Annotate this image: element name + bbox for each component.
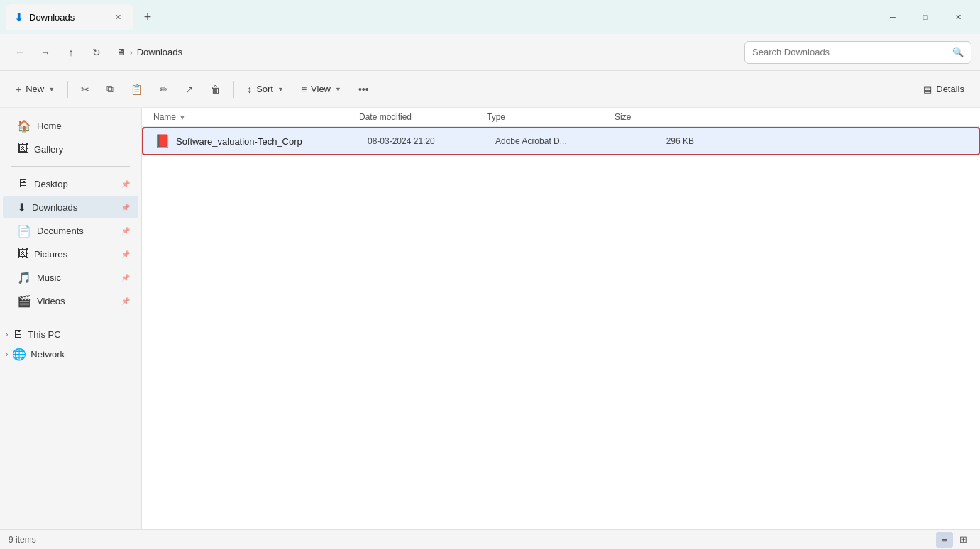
sidebar-item-documents[interactable]: 📄 Documents 📌 [3,219,138,242]
maximize-button[interactable]: □ [909,6,942,28]
view-button[interactable]: ≡ View ▼ [294,77,348,102]
share-button[interactable]: ↗ [178,77,201,102]
column-header-type[interactable]: Type [487,112,615,122]
details-icon: ▤ [923,84,932,94]
column-header-name[interactable]: Name ▼ [153,112,359,122]
new-label: New [26,84,44,94]
file-size: 296 KB [623,136,694,146]
rename-icon: ✏ [160,84,168,95]
forward-button[interactable]: → [34,41,57,64]
delete-button[interactable]: 🗑 [204,77,228,102]
tab-label: Downloads [29,12,75,23]
toolbar-separator-1 [67,81,68,98]
sidebar-videos-label: Videos [37,296,65,306]
grid-view-button[interactable]: ⊞ [954,532,971,548]
pin-icon-pictures: 📌 [121,250,130,258]
documents-icon: 📄 [17,224,31,238]
file-type: Adobe Acrobat D... [495,136,623,146]
main-layout: 🏠 Home 🖼 Gallery 🖥 Desktop 📌 ⬇ Downloads… [0,108,980,529]
details-label: Details [936,84,964,94]
sidebar-pictures-label: Pictures [34,249,67,260]
window-controls: ─ □ ✕ [876,6,974,28]
sidebar-music-label: Music [37,272,61,283]
sidebar-divider-2 [11,318,130,318]
sidebar: 🏠 Home 🖼 Gallery 🖥 Desktop 📌 ⬇ Downloads… [0,108,142,529]
new-button[interactable]: + New ▼ [9,77,62,102]
pictures-icon: 🖼 [17,248,28,260]
breadcrumb-location[interactable]: Downloads [137,47,182,57]
music-icon: 🎵 [17,271,31,284]
close-button[interactable]: ✕ [942,6,974,28]
copy-button[interactable]: ⧉ [99,77,121,102]
active-tab[interactable]: ⬇ Downloads ✕ [6,4,133,30]
column-header-size[interactable]: Size [615,112,686,122]
sidebar-desktop-label: Desktop [34,179,68,189]
sort-button[interactable]: ↕ Sort ▼ [240,77,291,102]
cut-icon: ✂ [81,84,89,95]
new-tab-button[interactable]: + [136,6,159,28]
search-input[interactable] [752,47,947,57]
sidebar-network-label: Network [31,349,65,360]
this-pc-icon: 🖥 [12,328,23,340]
sidebar-item-pictures[interactable]: 🖼 Pictures 📌 [3,243,138,265]
sidebar-item-music[interactable]: 🎵 Music 📌 [3,266,138,289]
sidebar-item-network[interactable]: › 🌐 Network [0,344,141,365]
list-view-button[interactable]: ≡ [936,532,953,548]
sidebar-item-home[interactable]: 🏠 Home [3,114,138,137]
sidebar-home-label: Home [37,121,62,131]
new-chevron-icon: ▼ [48,86,55,93]
tab-close-button[interactable]: ✕ [111,10,125,24]
share-icon: ↗ [185,84,194,95]
rename-button[interactable]: ✏ [153,77,175,102]
more-icon: ••• [358,84,369,95]
sidebar-this-pc-label: This PC [28,329,60,340]
title-bar: ⬇ Downloads ✕ + ─ □ ✕ [0,0,980,34]
search-box[interactable]: 🔍 [744,41,971,64]
minimize-button[interactable]: ─ [876,6,909,28]
breadcrumb: 🖥 › Downloads [111,47,188,57]
paste-button[interactable]: 📋 [123,77,150,102]
refresh-button[interactable]: ↻ [85,41,108,64]
sort-label: Sort [256,84,273,94]
pin-icon-downloads: 📌 [121,204,130,211]
home-icon: 🏠 [17,119,31,133]
view-icon: ≡ [301,84,307,95]
sidebar-item-gallery[interactable]: 🖼 Gallery [3,138,138,160]
pin-icon: 📌 [121,180,130,188]
breadcrumb-chevron: › [130,48,133,57]
downloads-icon: ⬇ [17,201,26,214]
sort-arrow-icon: ▼ [179,113,186,121]
file-list-header: Name ▼ Date modified Type Size [142,108,980,127]
paste-icon: 📋 [131,84,143,95]
item-count: 9 items [9,535,36,545]
sidebar-gallery-label: Gallery [34,144,63,155]
delete-icon: 🗑 [211,84,221,95]
column-header-date[interactable]: Date modified [359,112,487,122]
network-icon: 🌐 [12,348,26,361]
back-button[interactable]: ← [9,41,31,64]
view-chevron-icon: ▼ [335,86,341,93]
sort-icon: ↕ [247,84,252,95]
pin-icon-videos: 📌 [121,297,130,305]
sort-chevron-icon: ▼ [277,86,284,93]
pin-icon-documents: 📌 [121,227,130,235]
file-date: 08-03-2024 21:20 [368,136,495,146]
table-row[interactable]: 📕 Software_valuation-Tech_Corp 08-03-202… [142,127,980,155]
sidebar-item-desktop[interactable]: 🖥 Desktop 📌 [3,172,138,195]
cut-button[interactable]: ✂ [74,77,97,102]
sidebar-downloads-label: Downloads [32,202,77,213]
details-button[interactable]: ▤ Details [916,79,971,99]
view-label: View [311,84,331,94]
sidebar-item-videos[interactable]: 🎬 Videos 📌 [3,289,138,312]
toolbar-separator-2 [233,81,234,98]
up-button[interactable]: ↑ [60,41,82,64]
this-pc-chevron-icon: › [6,331,8,338]
pc-icon: 🖥 [116,47,126,57]
sidebar-documents-label: Documents [37,226,84,236]
sidebar-item-downloads[interactable]: ⬇ Downloads 📌 [3,196,138,218]
copy-icon: ⧉ [106,83,114,95]
sidebar-item-this-pc[interactable]: › 🖥 This PC [0,324,141,344]
view-toggle: ≡ ⊞ [936,532,971,548]
more-button[interactable]: ••• [351,77,376,102]
file-area: Name ▼ Date modified Type Size 📕 Softwar… [142,108,980,529]
